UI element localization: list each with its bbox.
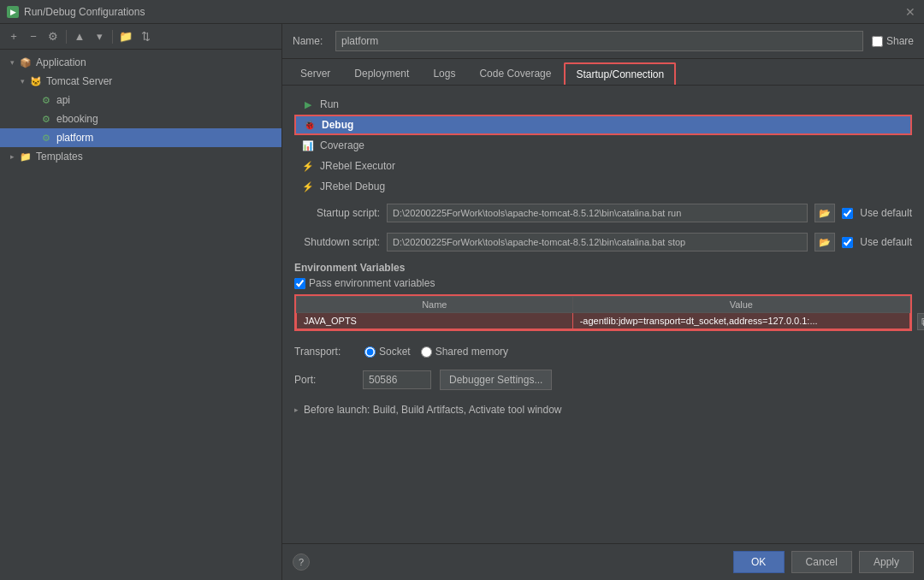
debug-label: Debug [322,119,353,131]
api-arrow [27,95,38,105]
transport-shared-memory-radio[interactable] [421,346,432,358]
run-item-coverage[interactable]: 📊 Coverage [294,135,912,156]
run-icon: ▶ [301,98,315,111]
sort-button[interactable]: ⇅ [137,28,154,45]
share-checkbox[interactable] [872,36,883,47]
shutdown-browse-button[interactable]: 📂 [814,233,835,252]
tab-server[interactable]: Server [289,62,341,85]
templates-icon: 📁 [19,150,33,163]
run-item-jrebel-executor[interactable]: ⚡ JRebel Executor [294,156,912,176]
ebooking-label: ebooking [56,113,98,125]
move-up-button[interactable]: ▲ [71,28,88,45]
debugger-settings-button[interactable]: Debugger Settings... [440,370,552,390]
port-row: Port: Debugger Settings... [294,370,912,390]
share-row: Share [872,35,914,47]
transport-shared-memory-label: Shared memory [435,346,508,358]
window-title: Run/Debug Configurations [24,6,145,18]
run-item-debug[interactable]: 🐞 Debug [294,115,912,135]
startup-script-input[interactable] [387,204,808,222]
application-arrow: ▾ [7,57,17,68]
ebooking-arrow [27,114,38,124]
env-section-title: Environment Variables [294,262,912,274]
shutdown-script-row: Shutdown script: 📂 Use default [294,233,912,252]
application-label: Application [36,56,86,68]
startup-script-row: Startup script: 📂 Use default [294,204,912,222]
bottom-bar: ? OK Cancel Apply [282,543,924,580]
env-name-header: Name [297,297,573,313]
tab-startup-connection[interactable]: Startup/Connection [564,62,676,85]
tab-logs[interactable]: Logs [422,62,466,85]
tomcat-icon: 🐱 [29,74,43,88]
run-item-run[interactable]: ▶ Run [294,94,912,115]
separator-1 [66,30,67,44]
help-button[interactable]: ? [293,553,310,571]
settings-button[interactable]: ⚙ [44,28,62,45]
configuration-tree: ▾ 📦 Application ▾ 🐱 Tomcat Server ⚙ api [0,50,281,580]
port-label: Port: [294,374,354,386]
ok-button[interactable]: OK [733,551,785,573]
run-item-jrebel-debug[interactable]: ⚡ JRebel Debug [294,176,912,197]
jrebel-executor-icon: ⚡ [301,159,315,173]
debug-icon: 🐞 [303,118,317,132]
before-launch-section[interactable]: ▸ Before launch: Build, Build Artifacts,… [294,404,912,416]
tree-item-application[interactable]: ▾ 📦 Application [0,53,281,72]
tree-item-ebooking[interactable]: ⚙ ebooking [0,109,281,128]
shutdown-script-input[interactable] [387,233,808,252]
name-row: Name: Share [282,24,924,59]
tree-item-templates[interactable]: ▸ 📁 Templates [0,147,281,166]
shutdown-script-label: Shutdown script: [294,236,380,248]
content-area: ▶ Run 🐞 Debug 📊 Coverage ⚡ JRebel Execut… [282,86,924,543]
templates-label: Templates [36,151,83,163]
env-value-cell: -agentlib:jdwp=transport=dt_socket,addre… [572,313,909,329]
close-button[interactable]: ✕ [905,6,917,18]
api-icon: ⚙ [39,93,53,107]
transport-socket-radio[interactable] [364,346,376,358]
env-row-java-opts[interactable]: JAVA_OPTS -agentlib:jdwp=transport=dt_so… [297,313,910,329]
tab-code-coverage[interactable]: Code Coverage [468,62,562,85]
pass-env-row: Pass environment variables [294,277,912,289]
apply-button[interactable]: Apply [859,551,914,573]
env-name-cell: JAVA_OPTS [297,313,573,329]
remove-button[interactable]: − [25,28,42,45]
main-container: + − ⚙ ▲ ▾ 📁 ⇅ ▾ 📦 Application ▾ 🐱 To [0,24,924,580]
env-copy-button[interactable]: ⧉ [917,313,924,330]
toolbar: + − ⚙ ▲ ▾ 📁 ⇅ [0,24,281,50]
shutdown-use-default-label: Use default [860,236,912,248]
name-field-label: Name: [293,35,327,47]
env-actions: + ⧉ [917,294,924,330]
pass-env-checkbox[interactable] [294,278,305,289]
startup-use-default-label: Use default [860,207,912,219]
right-panel: Name: Share Server Deployment Logs Code … [282,24,924,580]
window-icon: ▶ [7,6,19,18]
tree-item-api[interactable]: ⚙ api [0,91,281,109]
transport-socket-option[interactable]: Socket [364,346,411,358]
tab-deployment[interactable]: Deployment [343,62,420,85]
jrebel-debug-label: JRebel Debug [320,181,385,192]
startup-use-default-checkbox[interactable] [842,208,853,219]
transport-row: Transport: Socket Shared memory [294,346,912,358]
tree-item-tomcat-server[interactable]: ▾ 🐱 Tomcat Server [0,72,281,91]
startup-script-label: Startup script: [294,207,380,219]
run-items-list: ▶ Run 🐞 Debug 📊 Coverage ⚡ JRebel Execut… [294,94,912,197]
add-button[interactable]: + [5,28,22,45]
name-input[interactable] [335,31,863,51]
coverage-icon: 📊 [301,139,315,152]
port-input[interactable] [363,370,431,389]
left-panel: + − ⚙ ▲ ▾ 📁 ⇅ ▾ 📦 Application ▾ 🐱 To [0,24,282,580]
pass-env-label: Pass environment variables [309,277,435,289]
tomcat-label: Tomcat Server [46,75,112,87]
platform-icon: ⚙ [39,131,53,145]
shutdown-use-default-checkbox[interactable] [842,237,853,248]
separator-2 [112,30,113,44]
cancel-button[interactable]: Cancel [791,551,852,573]
tree-item-platform[interactable]: ⚙ platform [0,128,281,147]
platform-label: platform [56,132,93,144]
run-label: Run [320,98,339,110]
startup-browse-button[interactable]: 📂 [814,204,835,222]
env-table-wrapper: Name Value JAVA_OPTS -agentlib:jdwp=tran… [294,294,912,331]
tabs-bar: Server Deployment Logs Code Coverage Sta… [282,59,924,86]
transport-shared-memory-option[interactable]: Shared memory [421,346,508,358]
move-down-button[interactable]: ▾ [91,28,108,45]
api-label: api [56,94,70,106]
folder-button[interactable]: 📁 [117,28,134,45]
